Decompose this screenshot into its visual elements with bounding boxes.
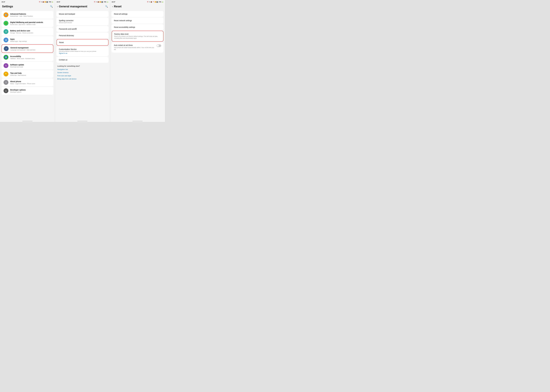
settings-list: ⚙️ Advanced features Android Auto · Labs… bbox=[0, 10, 55, 120]
reset-network-settings-title: Reset network settings bbox=[114, 20, 161, 21]
mouse-trackpad-title: Mouse and trackpad bbox=[59, 13, 106, 15]
settings-title: Settings bbox=[2, 5, 13, 8]
reset-header: ‹ Reset bbox=[110, 4, 165, 10]
search-button-2[interactable]: 🔍 bbox=[105, 5, 108, 8]
battery-icon-1: 🔋 bbox=[52, 1, 53, 3]
gm-item-spelling-correction[interactable]: Spelling correction Gboard spell checker bbox=[57, 18, 108, 25]
settings-header: Settings 🔍 bbox=[0, 4, 55, 10]
status-bar-3: 10:37 ⏰ ✦ 🔕 📍 📶 ▌▌ 79% 🔋 bbox=[110, 0, 165, 4]
settings-item-developer-options[interactable]: {} Developer options Developer options bbox=[1, 87, 53, 95]
factory-data-reset-subtitle: Reset your phone to its factory default … bbox=[114, 35, 161, 39]
auto-restart-subtitle: Your phone will restart automatically wi… bbox=[114, 47, 155, 50]
settings-item-digital-wellbeing[interactable]: 🌿 Digital Wellbeing and parental control… bbox=[1, 19, 53, 27]
signal-icon-2: ▌▌ bbox=[101, 1, 103, 3]
status-icons-1: ⏰ ✦ 🔕 📶 ▌▌ 79% 🔋 bbox=[39, 1, 53, 3]
battery-icon: ⊙ bbox=[4, 29, 8, 34]
personal-dictionary-title: Personal dictionary bbox=[59, 35, 106, 36]
gm-item-reset[interactable]: Reset bbox=[57, 39, 108, 46]
status-bar-2: 10:37 ⏰ ✦ 🔕 📶 ▌▌ 79% 🔋 bbox=[55, 0, 110, 4]
time-3: 10:37 bbox=[112, 1, 115, 3]
about-phone-subtitle: Status · Legal information · Phone name bbox=[10, 83, 51, 84]
back-button-3[interactable]: ‹ bbox=[112, 5, 113, 8]
link-font-size-style[interactable]: Font size and style bbox=[55, 74, 110, 77]
digital-wellbeing-title: Digital Wellbeing and parental controls bbox=[10, 21, 51, 23]
auto-restart-toggle[interactable] bbox=[157, 44, 161, 47]
reset-list: Reset all settings Reset network setting… bbox=[110, 10, 165, 120]
apps-subtitle: Default apps · App settings bbox=[10, 41, 51, 42]
back-button-2[interactable]: ‹ bbox=[57, 5, 58, 8]
developer-options-icon: {} bbox=[4, 88, 8, 93]
general-management-header-title: General management bbox=[59, 5, 87, 8]
link-screen-timeout[interactable]: Screen timeout bbox=[55, 71, 110, 74]
looking-for-label: Looking for something else? bbox=[55, 63, 110, 68]
settings-item-about-phone[interactable]: ℹ About phone Status · Legal information… bbox=[1, 78, 53, 86]
reset-all-settings-title: Reset all settings bbox=[114, 13, 161, 15]
gm-item-mouse-trackpad[interactable]: Mouse and trackpad bbox=[57, 11, 108, 17]
settings-item-accessibility[interactable]: ♿ Accessibility TalkBack · Mono audio · … bbox=[1, 53, 53, 61]
reset-item-all-settings[interactable]: Reset all settings bbox=[112, 11, 164, 17]
gm-item-personal-dictionary[interactable]: Personal dictionary bbox=[57, 33, 108, 39]
bottom-bar-2 bbox=[77, 121, 87, 121]
link-bring-data[interactable]: Bring data from old device bbox=[55, 77, 110, 80]
advanced-features-title: Advanced features bbox=[10, 13, 51, 15]
reset-item-factory-data-reset[interactable]: Factory data reset Reset your phone to i… bbox=[112, 31, 164, 42]
software-update-title: Software update bbox=[10, 63, 51, 66]
battery-icon-3: 🔋 bbox=[162, 1, 164, 3]
time-2: 10:37 bbox=[57, 1, 60, 3]
gm-item-passwords-autofill[interactable]: Passwords and autofill bbox=[57, 26, 108, 32]
gm-item-customization-service[interactable]: Customization Service Get personalized c… bbox=[57, 46, 108, 56]
about-phone-icon: ℹ bbox=[4, 80, 8, 85]
about-phone-title: About phone bbox=[10, 80, 51, 83]
panel-settings: 10:37 ⏰ ✦ 🔕 📶 ▌▌ 79% 🔋 Settings 🔍 ⚙️ Adv… bbox=[0, 0, 55, 122]
factory-data-reset-title: Factory data reset bbox=[114, 33, 161, 35]
general-management-subtitle: Language and keyboard · Date and time bbox=[10, 49, 51, 51]
bottom-indicator-3 bbox=[110, 120, 165, 122]
settings-item-advanced-features[interactable]: ⚙️ Advanced features Android Auto · Labs… bbox=[1, 11, 53, 19]
accessibility-subtitle: TalkBack · Mono audio · Assistant menu bbox=[10, 58, 51, 59]
tips-subtitle: Useful tips · New features bbox=[10, 75, 51, 76]
status-icons-2: ⏰ ✦ 🔕 📶 ▌▌ 79% 🔋 bbox=[94, 1, 108, 3]
reset-item-auto-restart[interactable]: Auto restart at set times Your phone wil… bbox=[112, 42, 164, 53]
general-management-title: General management bbox=[10, 47, 51, 49]
digital-wellbeing-icon: 🌿 bbox=[4, 21, 8, 26]
battery-3: 79% bbox=[159, 1, 161, 3]
link-navigation-bar[interactable]: Navigation bar bbox=[55, 68, 110, 71]
bluetooth-icon-3: ✦ bbox=[149, 1, 150, 3]
search-button-1[interactable]: 🔍 bbox=[50, 5, 53, 8]
software-update-subtitle: Download and install bbox=[10, 66, 51, 68]
wifi-icon-3: 📶 bbox=[155, 1, 156, 3]
reset-title: Reset bbox=[59, 41, 106, 43]
passwords-autofill-title: Passwords and autofill bbox=[59, 28, 106, 30]
settings-item-general-management[interactable]: ≡ General management Language and keyboa… bbox=[1, 44, 53, 53]
panel-reset: 10:37 ⏰ ✦ 🔕 📍 📶 ▌▌ 79% 🔋 ‹ Reset Reset a… bbox=[110, 0, 165, 122]
settings-item-battery[interactable]: ⊙ Battery and device care Storage · Memo… bbox=[1, 28, 53, 35]
settings-item-software-update[interactable]: ↻ Software update Download and install bbox=[1, 62, 53, 70]
general-management-icon: ≡ bbox=[4, 46, 9, 51]
status-bar-1: 10:37 ⏰ ✦ 🔕 📶 ▌▌ 79% 🔋 bbox=[0, 0, 55, 4]
time-1: 10:37 bbox=[1, 1, 5, 3]
auto-restart-title: Auto restart at set times bbox=[114, 44, 155, 46]
reset-accessibility-settings-title: Reset accessibility settings bbox=[114, 26, 161, 28]
advanced-features-icon: ⚙️ bbox=[4, 13, 8, 17]
settings-item-apps[interactable]: ⊞ Apps Default apps · App settings bbox=[1, 36, 53, 44]
reset-item-network-settings[interactable]: Reset network settings bbox=[112, 18, 164, 24]
battery-subtitle: Storage · Memory · Device protection bbox=[10, 32, 51, 34]
tips-icon: 💡 bbox=[4, 72, 8, 77]
gm-item-contact-us[interactable]: Contact us bbox=[57, 57, 108, 63]
developer-options-subtitle: Developer options bbox=[10, 91, 51, 93]
location-icon-3: 📍 bbox=[153, 1, 154, 3]
mute-icon-2: 🔕 bbox=[97, 1, 99, 3]
customization-signed-in: Signed in as bbox=[59, 52, 106, 54]
bottom-bar-1 bbox=[22, 121, 33, 121]
reset-item-accessibility-settings[interactable]: Reset accessibility settings bbox=[112, 24, 164, 30]
signal-icon: ▌▌ bbox=[46, 1, 48, 3]
advanced-features-subtitle: Android Auto · Labs · Bixby Routines bbox=[10, 15, 51, 17]
bottom-indicator-1 bbox=[0, 120, 55, 122]
general-management-header: ‹ General management 🔍 bbox=[55, 4, 110, 10]
settings-item-tips[interactable]: 💡 Tips and help Useful tips · New featur… bbox=[1, 70, 53, 78]
battery-2: 79% bbox=[104, 1, 107, 3]
panel-general-management: 10:37 ⏰ ✦ 🔕 📶 ▌▌ 79% 🔋 ‹ General managem… bbox=[55, 0, 110, 122]
contact-us-title: Contact us bbox=[59, 59, 106, 61]
spelling-correction-subtitle: Gboard spell checker bbox=[59, 22, 106, 23]
accessibility-title: Accessibility bbox=[10, 55, 51, 57]
